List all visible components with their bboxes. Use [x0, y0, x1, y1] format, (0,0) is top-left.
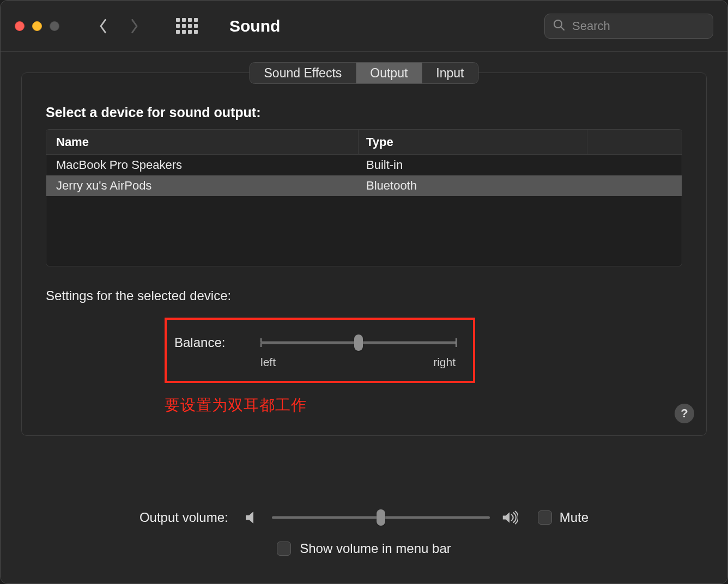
tab-sound-effects[interactable]: Sound Effects — [250, 63, 356, 83]
mute-checkbox[interactable] — [538, 510, 552, 525]
device-type: Built-in — [359, 158, 682, 172]
titlebar: Sound — [1, 1, 727, 52]
close-window-button[interactable] — [15, 21, 25, 31]
tab-input[interactable]: Input — [422, 63, 478, 83]
search-icon — [553, 19, 566, 34]
volume-min-icon — [244, 509, 260, 526]
search-field[interactable] — [544, 14, 713, 39]
show-all-prefs-button[interactable] — [176, 18, 198, 34]
output-volume-slider[interactable] — [272, 509, 490, 526]
select-device-label: Select a device for sound output: — [46, 105, 706, 120]
column-header-type[interactable]: Type — [359, 130, 587, 154]
balance-annotation-box: Balance: left right — [165, 318, 475, 383]
help-button[interactable]: ? — [675, 404, 694, 423]
balance-right-label: right — [433, 356, 456, 369]
tab-label: Output — [370, 66, 408, 81]
zoom-window-button[interactable] — [50, 21, 59, 31]
column-header-name[interactable]: Name — [46, 130, 359, 154]
pane-title: Sound — [229, 17, 280, 35]
bottom-controls: Output volume: Mute — [1, 509, 727, 556]
device-name: Jerry xu's AirPods — [46, 179, 359, 193]
balance-slider[interactable] — [260, 334, 457, 351]
settings-for-device-label: Settings for the selected device: — [46, 288, 706, 303]
output-volume-slider-knob[interactable] — [377, 509, 385, 526]
annotation-text: 要设置为双耳都工作 — [165, 395, 706, 416]
table-header: Name Type — [46, 130, 682, 155]
balance-slider-knob[interactable] — [354, 334, 363, 351]
show-volume-menubar-checkbox[interactable] — [277, 542, 291, 556]
search-input[interactable] — [572, 19, 722, 33]
sound-tabs: Sound Effects Output Input — [250, 62, 479, 84]
tab-label: Input — [436, 66, 464, 81]
output-device-table: Name Type MacBook Pro Speakers Built-in … — [46, 129, 682, 266]
back-button[interactable] — [96, 19, 111, 33]
svg-line-1 — [561, 27, 565, 30]
forward-button[interactable] — [127, 19, 141, 33]
table-row[interactable]: MacBook Pro Speakers Built-in — [46, 155, 682, 175]
tab-label: Sound Effects — [264, 66, 342, 81]
tab-output[interactable]: Output — [356, 63, 422, 83]
balance-left-label: left — [260, 356, 276, 369]
output-panel: Sound Effects Output Input Select a devi… — [21, 72, 707, 436]
device-type: Bluetooth — [359, 179, 682, 193]
volume-max-icon — [502, 509, 518, 526]
help-icon: ? — [681, 406, 688, 421]
show-volume-menubar-label: Show volume in menu bar — [300, 541, 451, 556]
balance-label: Balance: — [174, 335, 245, 350]
mute-label: Mute — [560, 510, 589, 525]
output-volume-label: Output volume: — [139, 510, 228, 525]
table-row[interactable]: Jerry xu's AirPods Bluetooth — [46, 175, 682, 196]
nav-arrows — [96, 19, 141, 33]
minimize-window-button[interactable] — [32, 21, 42, 31]
window-controls — [15, 21, 59, 31]
device-name: MacBook Pro Speakers — [46, 158, 359, 172]
